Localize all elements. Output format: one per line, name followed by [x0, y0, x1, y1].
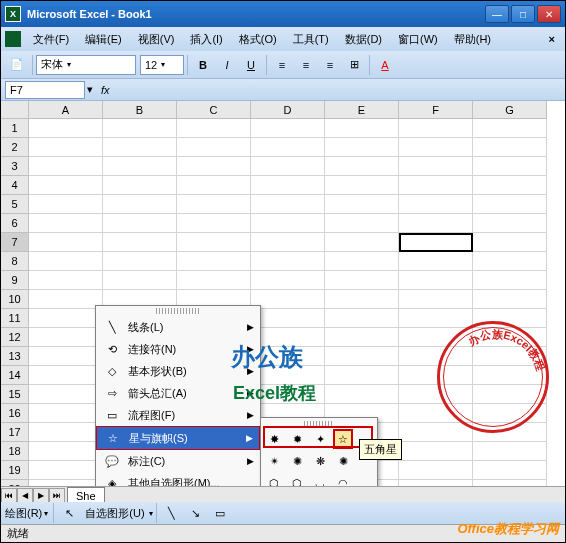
- cell[interactable]: [473, 214, 547, 233]
- cell[interactable]: [325, 271, 399, 290]
- cell[interactable]: [29, 404, 103, 423]
- cell[interactable]: [473, 176, 547, 195]
- font-name-select[interactable]: 宋体▾: [36, 55, 136, 75]
- minimize-button[interactable]: —: [485, 5, 509, 23]
- col-header[interactable]: F: [399, 101, 473, 119]
- cell[interactable]: [103, 252, 177, 271]
- row-header[interactable]: 8: [1, 252, 29, 271]
- row-header[interactable]: 1: [1, 119, 29, 138]
- cell[interactable]: [399, 442, 473, 461]
- cell[interactable]: [103, 157, 177, 176]
- select-all-corner[interactable]: [1, 101, 29, 119]
- cell[interactable]: [29, 252, 103, 271]
- cell[interactable]: [399, 138, 473, 157]
- cell[interactable]: [399, 271, 473, 290]
- cell[interactable]: [399, 195, 473, 214]
- maximize-button[interactable]: □: [511, 5, 535, 23]
- underline-button[interactable]: U: [240, 54, 262, 76]
- cell[interactable]: [251, 271, 325, 290]
- menu-view[interactable]: 视图(V): [130, 29, 183, 50]
- row-header[interactable]: 2: [1, 138, 29, 157]
- star24-icon[interactable]: ❋: [310, 451, 330, 471]
- close-button[interactable]: ✕: [537, 5, 561, 23]
- cell[interactable]: [177, 138, 251, 157]
- row-header[interactable]: 5: [1, 195, 29, 214]
- cell[interactable]: [325, 252, 399, 271]
- row-header[interactable]: 10: [1, 290, 29, 309]
- cell[interactable]: [251, 176, 325, 195]
- cell[interactable]: [103, 176, 177, 195]
- cell[interactable]: [473, 271, 547, 290]
- cell[interactable]: [325, 119, 399, 138]
- menu-line-icon[interactable]: ╲线条(L)▶: [96, 316, 260, 338]
- cell[interactable]: [103, 271, 177, 290]
- draw-menu[interactable]: 绘图(R): [5, 506, 42, 521]
- italic-button[interactable]: I: [216, 54, 238, 76]
- cell[interactable]: [29, 195, 103, 214]
- autoshapes-button[interactable]: 自选图形(U): [81, 506, 148, 521]
- row-header[interactable]: 7: [1, 233, 29, 252]
- cell[interactable]: [325, 138, 399, 157]
- cell[interactable]: [399, 461, 473, 480]
- cell[interactable]: [473, 461, 547, 480]
- row-header[interactable]: 3: [1, 157, 29, 176]
- row-header[interactable]: 4: [1, 176, 29, 195]
- cell[interactable]: [29, 119, 103, 138]
- cell[interactable]: [473, 138, 547, 157]
- name-box[interactable]: F7: [5, 81, 85, 99]
- rectangle-tool-button[interactable]: ▭: [209, 502, 231, 524]
- col-header[interactable]: C: [177, 101, 251, 119]
- merge-button[interactable]: ⊞: [343, 54, 365, 76]
- cell[interactable]: [29, 347, 103, 366]
- cell[interactable]: [29, 366, 103, 385]
- col-header[interactable]: B: [103, 101, 177, 119]
- menu-file[interactable]: 文件(F): [25, 29, 77, 50]
- cell[interactable]: [177, 157, 251, 176]
- cell[interactable]: [399, 214, 473, 233]
- cell[interactable]: [29, 157, 103, 176]
- cell[interactable]: [325, 366, 399, 385]
- star32-icon[interactable]: ✺: [333, 451, 353, 471]
- row-header[interactable]: 11: [1, 309, 29, 328]
- menu-edit[interactable]: 编辑(E): [77, 29, 130, 50]
- menu-insert[interactable]: 插入(I): [182, 29, 230, 50]
- cell[interactable]: [251, 138, 325, 157]
- row-header[interactable]: 15: [1, 385, 29, 404]
- cell[interactable]: [251, 309, 325, 328]
- menu-help[interactable]: 帮助(H): [446, 29, 499, 50]
- cell[interactable]: [325, 233, 399, 252]
- cell[interactable]: [325, 328, 399, 347]
- cell[interactable]: [29, 233, 103, 252]
- row-header[interactable]: 9: [1, 271, 29, 290]
- col-header[interactable]: G: [473, 101, 547, 119]
- cell[interactable]: [29, 461, 103, 480]
- cell[interactable]: [29, 423, 103, 442]
- cell[interactable]: [177, 271, 251, 290]
- arrow-tool-button[interactable]: ↘: [185, 502, 207, 524]
- cell[interactable]: [251, 157, 325, 176]
- cell[interactable]: [399, 252, 473, 271]
- cell[interactable]: [325, 176, 399, 195]
- cell[interactable]: [473, 157, 547, 176]
- menu-callout-icon[interactable]: 💬标注(C)▶: [96, 450, 260, 472]
- cell[interactable]: [399, 290, 473, 309]
- row-header[interactable]: 12: [1, 328, 29, 347]
- cell[interactable]: [103, 138, 177, 157]
- cell[interactable]: [251, 214, 325, 233]
- cell[interactable]: [473, 233, 547, 252]
- cell[interactable]: [177, 119, 251, 138]
- cell[interactable]: [29, 290, 103, 309]
- cell[interactable]: [473, 442, 547, 461]
- bold-button[interactable]: B: [192, 54, 214, 76]
- menu-window[interactable]: 窗口(W): [390, 29, 446, 50]
- cell[interactable]: [251, 290, 325, 309]
- col-header[interactable]: E: [325, 101, 399, 119]
- align-left-button[interactable]: ≡: [271, 54, 293, 76]
- font-color-button[interactable]: A: [374, 54, 396, 76]
- cell[interactable]: [473, 252, 547, 271]
- cell[interactable]: [325, 385, 399, 404]
- cell[interactable]: [29, 328, 103, 347]
- cell[interactable]: [399, 233, 473, 252]
- cell[interactable]: [325, 157, 399, 176]
- cell[interactable]: [325, 290, 399, 309]
